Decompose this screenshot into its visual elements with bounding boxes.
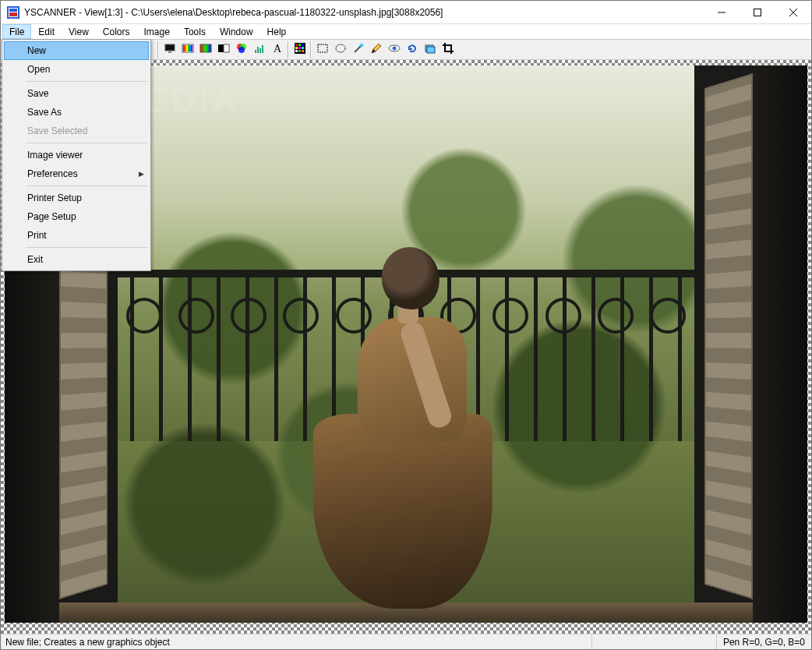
file-menu-dropdown: NewOpenSaveSave AsSave SelectedImage vie… — [2, 39, 151, 271]
window-title: YSCANNER - View[1:3] - C:\Users\elena\De… — [24, 7, 704, 18]
svg-rect-22 — [189, 45, 191, 51]
stack-button[interactable] — [421, 41, 439, 58]
svg-rect-44 — [302, 50, 304, 52]
file-menu-preferences[interactable]: Preferences▶ — [4, 164, 149, 183]
statusbar: New file; Creates a new graphics object … — [1, 634, 811, 649]
menu-colors[interactable]: Colors — [96, 24, 137, 39]
levels-button[interactable] — [250, 41, 268, 58]
spectrum-button[interactable] — [178, 41, 196, 58]
crop-icon — [442, 42, 454, 57]
svg-rect-15 — [165, 44, 175, 51]
text-button[interactable]: A — [268, 41, 286, 58]
status-pen-color: Pen R=0, G=0, B=0 — [717, 634, 811, 649]
file-menu-exit[interactable]: Exit — [4, 250, 149, 269]
eye-icon — [388, 42, 401, 57]
app-icon — [7, 6, 19, 19]
wand-button[interactable] — [349, 41, 367, 58]
close-button[interactable] — [775, 1, 811, 23]
eye-button[interactable] — [385, 41, 403, 58]
gradient-button[interactable] — [196, 41, 214, 58]
svg-rect-25 — [218, 44, 224, 52]
file-menu-save[interactable]: Save — [4, 84, 149, 103]
select-rect-button[interactable] — [313, 41, 331, 58]
svg-rect-40 — [298, 47, 301, 49]
svg-rect-42 — [295, 50, 298, 52]
svg-rect-41 — [302, 47, 304, 49]
svg-rect-19 — [185, 45, 186, 51]
svg-point-46 — [336, 44, 345, 52]
rotate-icon — [406, 42, 418, 57]
menu-file[interactable]: File — [2, 24, 31, 39]
svg-rect-3 — [9, 12, 17, 16]
invert-icon — [217, 42, 230, 57]
figure-silhouette — [301, 242, 503, 609]
stack-icon — [424, 42, 436, 57]
menu-image[interactable]: Image — [137, 24, 177, 39]
colormap-button[interactable] — [291, 41, 309, 58]
toolbar-separator — [288, 41, 289, 58]
svg-rect-18 — [183, 45, 185, 51]
svg-rect-37 — [298, 44, 301, 46]
svg-rect-43 — [298, 50, 301, 52]
svg-rect-16 — [168, 51, 171, 53]
svg-point-29 — [238, 47, 245, 53]
menu-help[interactable]: Help — [260, 24, 294, 39]
svg-rect-20 — [186, 45, 188, 51]
maximize-button[interactable] — [740, 1, 775, 23]
menu-window[interactable]: Window — [213, 24, 260, 39]
colormap-icon — [294, 42, 306, 57]
menu-edit[interactable]: Edit — [31, 24, 62, 39]
invert-button[interactable] — [214, 41, 232, 58]
pencil-button[interactable] — [367, 41, 385, 58]
svg-point-49 — [392, 47, 396, 51]
svg-rect-39 — [295, 47, 298, 49]
menu-view[interactable]: View — [62, 24, 96, 39]
menu-tools[interactable]: Tools — [177, 24, 213, 39]
svg-rect-4 — [754, 9, 761, 16]
file-menu-new[interactable]: New — [4, 41, 149, 60]
rgb-button[interactable] — [232, 41, 250, 58]
menu-separator — [26, 81, 147, 82]
menu-separator — [26, 185, 147, 186]
svg-rect-33 — [262, 45, 263, 53]
file-menu-printer-setup[interactable]: Printer Setup — [4, 189, 149, 207]
gradient-icon — [199, 42, 212, 57]
file-menu-save-as[interactable]: Save As — [4, 103, 149, 122]
svg-rect-2 — [9, 9, 17, 12]
svg-rect-30 — [255, 50, 256, 53]
svg-rect-26 — [224, 44, 229, 52]
select-oval-button[interactable] — [331, 41, 349, 58]
status-mid — [592, 634, 717, 649]
file-menu-image-viewer[interactable]: Image viewer — [4, 146, 149, 164]
svg-rect-23 — [191, 45, 192, 51]
svg-rect-32 — [259, 48, 261, 53]
file-menu-open[interactable]: Open — [4, 60, 149, 79]
rotate-button[interactable] — [403, 41, 421, 58]
svg-rect-51 — [427, 47, 435, 53]
svg-text:A: A — [274, 43, 282, 55]
titlebar: YSCANNER - View[1:3] - C:\Users\elena\De… — [1, 1, 811, 24]
svg-rect-38 — [302, 44, 304, 46]
svg-rect-45 — [318, 44, 327, 52]
spectrum-icon — [182, 42, 194, 57]
menu-separator — [26, 143, 147, 143]
status-hint: New file; Creates a new graphics object — [1, 634, 592, 649]
file-menu-print[interactable]: Print — [4, 226, 149, 245]
menu-separator — [26, 247, 147, 248]
svg-rect-21 — [188, 45, 189, 51]
select-oval-icon — [334, 42, 347, 57]
svg-rect-24 — [200, 44, 211, 52]
chevron-right-icon: ▶ — [139, 170, 144, 178]
file-menu-page-setup[interactable]: Page Setup — [4, 207, 149, 226]
text-icon: A — [271, 42, 284, 57]
svg-rect-31 — [257, 47, 259, 53]
crop-button[interactable] — [439, 41, 457, 58]
minimize-button[interactable] — [704, 1, 740, 23]
levels-icon — [253, 42, 266, 57]
file-menu-save-selected: Save Selected — [4, 122, 149, 140]
monitor-button[interactable] — [161, 41, 178, 58]
rgb-icon — [235, 42, 248, 57]
toolbar-separator — [157, 41, 159, 58]
wand-icon — [352, 42, 365, 57]
menubar: FileEditViewColorsImageToolsWindowHelp — [1, 24, 811, 40]
